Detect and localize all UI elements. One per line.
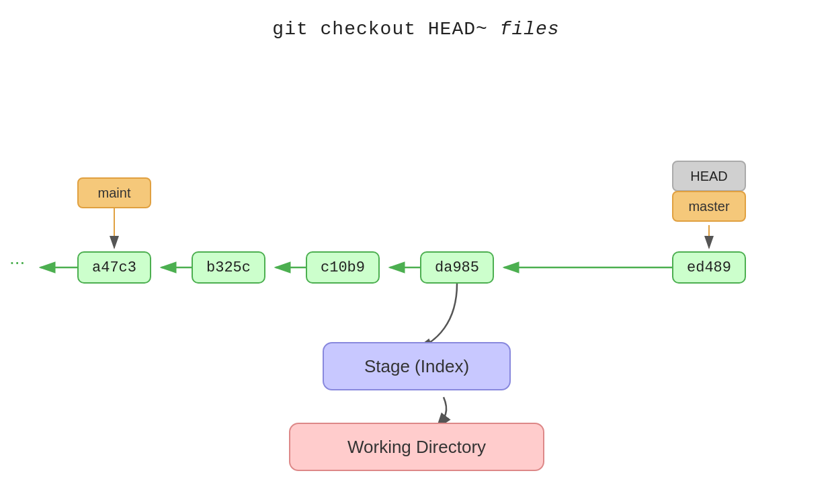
- working-directory-box: Working Directory: [289, 423, 544, 471]
- title-italic: files: [500, 19, 560, 40]
- ellipsis-dots: ···: [9, 251, 25, 273]
- commit-a47c3: a47c3: [77, 251, 151, 284]
- label-master: master: [672, 191, 746, 222]
- diagram: ··· a47c3 b325c c10b9 da985 ed489 maint …: [0, 46, 832, 503]
- page-title: git checkout HEAD~ files: [0, 0, 832, 40]
- commit-b325c: b325c: [192, 251, 265, 284]
- label-head: HEAD: [672, 161, 746, 192]
- commit-da985: da985: [420, 251, 494, 284]
- commit-c10b9: c10b9: [306, 251, 380, 284]
- label-maint: maint: [77, 177, 151, 208]
- commit-ed489: ed489: [672, 251, 746, 284]
- title-text: git checkout HEAD~: [272, 19, 499, 40]
- stage-index-box: Stage (Index): [323, 342, 511, 390]
